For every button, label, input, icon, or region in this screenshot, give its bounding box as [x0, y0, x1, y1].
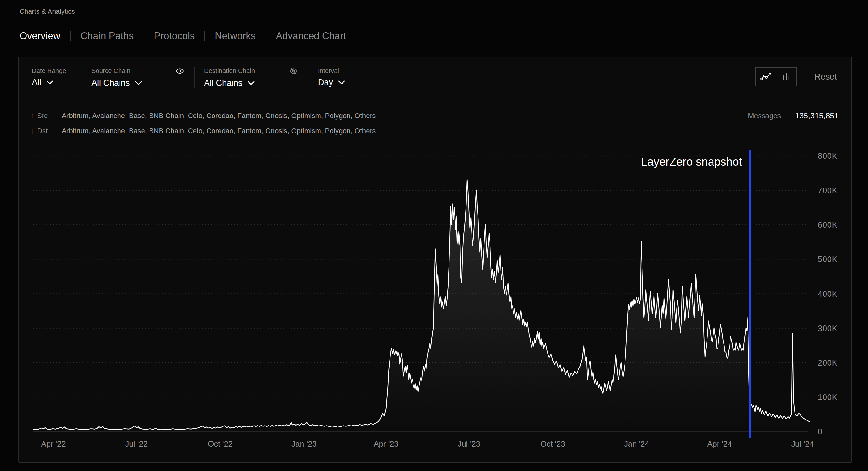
tab-divider [144, 31, 144, 41]
tab-overview[interactable]: Overview [20, 30, 60, 42]
breadcrumb: Charts & Analytics [20, 7, 75, 15]
y-axis-tick-label: 400K [818, 290, 837, 298]
x-axis-tick-label: Oct '22 [208, 439, 232, 448]
analytics-card: Date Range All Source Chain All Chains D… [18, 57, 851, 463]
y-axis-tick-label: 100K [818, 393, 837, 402]
tab-chain-paths[interactable]: Chain Paths [81, 30, 134, 42]
y-axis-tick-label: 800K [818, 151, 837, 160]
x-axis-tick-label: Jul '22 [125, 439, 148, 448]
y-axis-tick-label: 700K [818, 186, 837, 195]
x-axis-tick-label: Apr '24 [707, 439, 732, 448]
tab-bar: Overview Chain Paths Protocols Networks … [20, 28, 346, 44]
tab-divider [70, 31, 71, 41]
x-axis-tick-label: Jul '23 [458, 439, 480, 448]
x-axis-tick-label: Oct '23 [540, 439, 565, 448]
y-axis-tick-label: 0 [818, 427, 823, 436]
tab-divider [205, 31, 205, 41]
y-axis-tick-label: 300K [818, 324, 837, 333]
x-axis-tick-label: Apr '23 [374, 439, 398, 448]
tab-divider [266, 31, 266, 41]
x-axis-tick-label: Jan '23 [291, 439, 317, 448]
tab-advanced-chart[interactable]: Advanced Chart [276, 30, 346, 42]
x-axis-tick-label: Jan '24 [624, 439, 649, 448]
tab-protocols[interactable]: Protocols [154, 30, 195, 42]
y-axis-tick-label: 600K [818, 220, 837, 229]
x-axis-tick-label: Jul '24 [792, 439, 814, 448]
chart-annotation-label: LayerZero snapshot [641, 155, 742, 168]
x-axis-tick-label: Apr '22 [41, 439, 66, 448]
tab-networks[interactable]: Networks [215, 30, 255, 42]
chart-svg[interactable]: 0100K200K300K400K500K600K700K800KApr '22… [19, 57, 851, 463]
y-axis-tick-label: 500K [818, 255, 837, 264]
y-axis-tick-label: 200K [818, 358, 837, 367]
